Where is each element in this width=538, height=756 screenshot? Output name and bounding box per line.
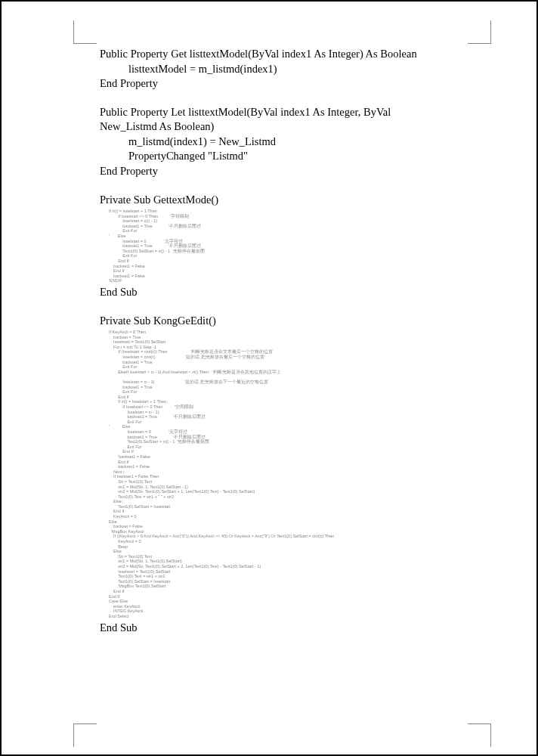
crop-mark-bottom-left — [73, 723, 97, 747]
crop-mark-top-right — [468, 20, 491, 44]
prop-let-body2: PropertyChanged "Listmd" — [100, 149, 484, 164]
sub-konggeedit-body: If KeyAscii = 8 Then backset = True Isse… — [109, 330, 484, 618]
sub-konggeedit-sig: Private Sub KongGeEdit() — [100, 314, 484, 329]
prop-let-sig2: New_Listmd As Boolean) — [100, 119, 484, 135]
sub-gettextmode-body: If zi() = Isselstart + 1 Then If Isselst… — [109, 209, 484, 284]
crop-mark-bottom-right — [468, 723, 491, 747]
prop-let-end: End Property — [100, 164, 484, 179]
sub-gettextmode-end: End Sub — [100, 285, 484, 300]
prop-let-sig1: Public Property Let listtextModel(ByVal … — [100, 105, 484, 120]
crop-mark-top-left — [73, 20, 97, 44]
prop-get-body: listtextModel = m_listmd(index1) — [100, 62, 484, 77]
prop-get-signature: Public Property Get listtextModel(ByVal … — [100, 47, 484, 62]
document-content: Public Property Get listtextModel(ByVal … — [100, 47, 484, 635]
sub-konggeedit-end: End Sub — [100, 621, 484, 636]
sub-gettextmode-sig: Private Sub GettextMode() — [100, 193, 484, 208]
prop-let-body1: m_listmd(index1) = New_Listmd — [100, 135, 484, 150]
prop-get-end: End Property — [100, 76, 484, 91]
